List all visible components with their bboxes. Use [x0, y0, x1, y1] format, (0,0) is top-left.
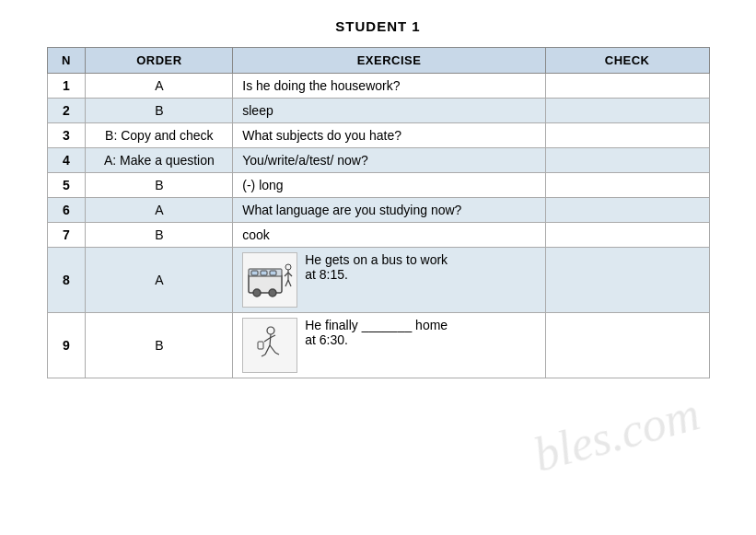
header-exercise: EXERCISE — [233, 48, 546, 74]
cell-exercise: What subjects do you hate? — [233, 123, 546, 148]
cell-order: B — [86, 99, 233, 123]
cell-check — [545, 223, 709, 248]
page-title: STUDENT 1 — [335, 18, 420, 34]
cell-check — [545, 198, 709, 223]
cell-exercise: (-) long — [233, 173, 546, 198]
table-row: 2Bsleep — [47, 99, 709, 123]
cell-order: B: Copy and check — [86, 123, 233, 148]
cell-order: A: Make a question — [86, 148, 233, 173]
cell-n: 9 — [47, 313, 86, 378]
watermark: bles.com — [528, 386, 704, 482]
svg-line-9 — [285, 273, 288, 276]
svg-line-12 — [288, 280, 291, 286]
cell-n: 1 — [47, 74, 86, 99]
cell-n: 6 — [47, 198, 86, 223]
svg-point-5 — [253, 289, 261, 297]
table-row: 9B He finally _______ homeat 6:30. — [47, 313, 709, 378]
cell-exercise: You/write/a/test/ now? — [233, 148, 546, 173]
svg-rect-21 — [258, 342, 263, 349]
cell-check — [545, 148, 709, 173]
exercise-text: He gets on a bus to workat 8:15. — [305, 252, 448, 282]
cell-order: B — [86, 173, 233, 198]
cell-check — [545, 173, 709, 198]
table-row: 5B(-) long — [47, 173, 709, 198]
main-table: N ORDER EXERCISE CHECK 1AIs he doing the… — [47, 47, 710, 378]
table-row: 1AIs he doing the housework? — [47, 74, 709, 99]
table-row: 8A He gets on a bus to workat 8:15. — [47, 248, 709, 313]
cell-n: 2 — [47, 99, 86, 123]
svg-line-17 — [265, 345, 270, 355]
svg-line-15 — [264, 338, 270, 342]
cell-n: 3 — [47, 123, 86, 148]
svg-line-11 — [285, 280, 288, 286]
cell-check — [545, 123, 709, 148]
cell-order: B — [86, 313, 233, 378]
bus-illustration — [242, 252, 297, 308]
cell-exercise: He gets on a bus to workat 8:15. — [233, 248, 546, 313]
cell-exercise: cook — [233, 223, 546, 248]
svg-rect-3 — [261, 271, 267, 275]
cell-n: 4 — [47, 148, 86, 173]
cell-n: 8 — [47, 248, 86, 313]
cell-exercise: What language are you studying now? — [233, 198, 546, 223]
cell-order: A — [86, 248, 233, 313]
cell-order: A — [86, 74, 233, 99]
table-row: 6AWhat language are you studying now? — [47, 198, 709, 223]
cell-order: B — [86, 223, 233, 248]
cell-exercise: Is he doing the housework? — [233, 74, 546, 99]
table-row: 4A: Make a questionYou/write/a/test/ now… — [47, 148, 709, 173]
header-n: N — [47, 48, 86, 74]
table-row: 3B: Copy and checkWhat subjects do you h… — [47, 123, 709, 148]
svg-point-6 — [269, 289, 276, 297]
cell-exercise: sleep — [233, 99, 546, 123]
svg-line-10 — [288, 273, 292, 276]
svg-line-14 — [270, 334, 271, 345]
cell-n: 5 — [47, 173, 86, 198]
header-check: CHECK — [545, 48, 709, 74]
header-order: ORDER — [86, 48, 233, 74]
svg-point-13 — [267, 327, 274, 334]
svg-line-18 — [270, 345, 275, 353]
cell-check — [545, 74, 709, 99]
table-row: 7Bcook — [47, 223, 709, 248]
cell-check — [545, 248, 709, 313]
cell-order: A — [86, 198, 233, 223]
svg-rect-4 — [270, 271, 276, 275]
cell-n: 7 — [47, 223, 86, 248]
exercise-text: He finally _______ homeat 6:30. — [305, 318, 448, 347]
svg-line-19 — [262, 355, 265, 356]
cell-check — [545, 99, 709, 123]
walk-illustration — [242, 318, 297, 373]
svg-line-20 — [275, 353, 279, 355]
svg-point-7 — [285, 264, 291, 270]
svg-rect-2 — [251, 271, 258, 275]
cell-check — [545, 313, 709, 378]
cell-exercise: He finally _______ homeat 6:30. — [233, 313, 546, 378]
